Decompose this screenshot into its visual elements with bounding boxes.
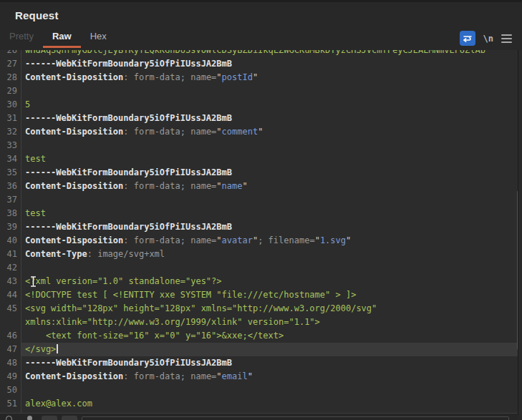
line-number: 30 <box>0 98 21 112</box>
text-caret <box>57 344 58 353</box>
line-number: 40 <box>0 234 21 248</box>
line-number: 43 <box>0 275 21 288</box>
code-text[interactable]: ------WebKitFormBoundary5iOfPiIUssJA2BmB <box>21 220 518 234</box>
wrap-arrow-icon <box>463 34 473 44</box>
code-text[interactable]: ------WebKitFormBoundary5iOfPiIUssJA2BmB <box>21 112 518 125</box>
code-line[interactable]: 28Content-Disposition: form-data; name="… <box>0 71 518 84</box>
code-text[interactable]: ------WebKitFormBoundary5iOfPiIUssJA2BmB <box>21 57 518 71</box>
panel-title: Request <box>0 2 522 21</box>
code-line[interactable]: 39------WebKitFormBoundary5iOfPiIUssJA2B… <box>0 220 518 234</box>
line-number: 47 <box>0 343 21 356</box>
code-text[interactable]: test <box>21 207 518 220</box>
code-text[interactable]: test <box>21 152 518 166</box>
line-number: 49 <box>0 370 21 384</box>
search-bar <box>0 413 518 420</box>
code-line[interactable]: 31------WebKitFormBoundary5iOfPiIUssJA2B… <box>0 112 518 125</box>
code-text[interactable] <box>21 193 518 207</box>
code-text[interactable]: Content-Disposition: form-data; name="av… <box>21 234 518 248</box>
line-number: 36 <box>0 180 21 193</box>
code-line[interactable]: 49Content-Disposition: form-data; name="… <box>0 370 518 384</box>
line-number: 34 <box>0 152 21 166</box>
code-line[interactable]: 35------WebKitFormBoundary5iOfPiIUssJA2B… <box>0 166 518 180</box>
search-next-button[interactable] <box>62 416 77 420</box>
code-line[interactable]: 48------WebKitFormBoundary5iOfPiIUssJA2B… <box>0 356 518 370</box>
line-number: 35 <box>0 166 21 180</box>
tab-hex[interactable]: Hex <box>81 29 116 48</box>
code-text[interactable]: alex@alex.com <box>21 397 518 411</box>
code-text[interactable] <box>21 139 518 152</box>
code-line[interactable]: 36Content-Disposition: form-data; name="… <box>0 180 518 193</box>
search-icon[interactable] <box>6 416 12 420</box>
line-number: 50 <box>0 384 21 397</box>
line-number: 37 <box>0 193 21 207</box>
search-input[interactable] <box>82 416 509 420</box>
code-text[interactable] <box>21 84 518 98</box>
line-number: 33 <box>0 139 21 152</box>
code-text[interactable]: Content-Disposition: form-data; name="na… <box>21 180 518 193</box>
code-line[interactable]: 27------WebKitFormBoundary5iOfPiIUssJA2B… <box>0 57 518 71</box>
code-text[interactable]: Content-Disposition: form-data; name="po… <box>21 71 518 84</box>
code-text[interactable]: </svg> <box>21 343 518 356</box>
code-line[interactable]: 305 <box>0 98 518 112</box>
code-line[interactable]: 32Content-Disposition: form-data; name="… <box>0 125 518 139</box>
line-number: 45 <box>0 302 21 329</box>
wrap-toggle-button[interactable] <box>460 31 475 46</box>
line-number: 51 <box>0 397 21 411</box>
code-line[interactable]: 29 <box>0 84 518 98</box>
code-text[interactable]: <?xml version="1.0" standalone="yes"?> <box>21 275 518 288</box>
code-text[interactable]: <svg width="128px" height="128px" xmlns=… <box>21 302 518 329</box>
line-number: 26 <box>0 50 21 57</box>
code-line[interactable]: 44<!DOCTYPE test [ <!ENTITY xxe SYSTEM "… <box>0 288 518 302</box>
search-options-icon[interactable] <box>27 416 32 420</box>
hamburger-menu-icon[interactable] <box>501 34 512 43</box>
line-number: 32 <box>0 125 21 139</box>
code-text[interactable]: ------WebKitFormBoundary5iOfPiIUssJA2BmB <box>21 166 518 180</box>
code-text[interactable]: Content-Disposition: form-data; name="co… <box>21 125 518 139</box>
code-line[interactable]: 43<?xml version="1.0" standalone="yes"?> <box>0 275 518 288</box>
line-number: 31 <box>0 112 21 125</box>
request-panel: Request Pretty Raw Hex \n <box>0 0 522 420</box>
code-line[interactable]: 34test <box>0 152 518 166</box>
code-line[interactable]: 41Content-Type: image/svg+xml <box>0 248 518 261</box>
code-area[interactable]: 26wHdAqSQnrmyGDlcjEyBTKyfLQkKGnDUSsVOWlc… <box>0 50 518 415</box>
code-text[interactable]: ------WebKitFormBoundary5iOfPiIUssJA2BmB <box>21 356 518 370</box>
code-text[interactable]: <!DOCTYPE test [ <!ENTITY xxe SYSTEM "fi… <box>21 288 518 302</box>
code-line[interactable]: 42 <box>0 261 518 275</box>
code-line[interactable]: 50 <box>0 384 518 397</box>
line-number: 42 <box>0 261 21 275</box>
tab-raw[interactable]: Raw <box>43 29 81 48</box>
code-line[interactable]: 38test <box>0 207 518 220</box>
show-newlines-button[interactable]: \n <box>483 34 493 44</box>
code-line[interactable]: 45<svg width="128px" height="128px" xmln… <box>0 302 518 329</box>
tab-pretty[interactable]: Pretty <box>0 29 43 48</box>
panel-right-edge <box>518 50 522 415</box>
code-text[interactable]: Content-Disposition: form-data; name="em… <box>21 370 518 384</box>
code-text[interactable]: Content-Type: image/svg+xml <box>21 248 518 261</box>
code-text[interactable] <box>21 384 518 397</box>
code-line[interactable]: 47</svg> <box>0 343 518 356</box>
line-number: 41 <box>0 248 21 261</box>
line-number: 46 <box>0 329 21 343</box>
code-line[interactable]: 33 <box>0 139 518 152</box>
line-number: 38 <box>0 207 21 220</box>
code-text[interactable]: wHdAqSQnrmyGDlcjEyBTKyfLQkKGnDUSsVOWlcDS… <box>21 50 518 57</box>
line-number: 29 <box>0 84 21 98</box>
code-line[interactable]: 40Content-Disposition: form-data; name="… <box>0 234 518 248</box>
search-prev-button[interactable] <box>42 416 57 420</box>
line-number: 27 <box>0 57 21 71</box>
code-line[interactable]: 37 <box>0 193 518 207</box>
code-text[interactable]: 5 <box>21 98 518 112</box>
code-line[interactable]: 51alex@alex.com <box>0 397 518 411</box>
line-number: 28 <box>0 71 21 84</box>
line-number: 48 <box>0 356 21 370</box>
view-tabs: Pretty Raw Hex \n <box>0 29 522 48</box>
code-line[interactable]: 26wHdAqSQnrmyGDlcjEyBTKyfLQkKGnDUSsVOWlc… <box>0 50 518 57</box>
panel-header: Request Pretty Raw Hex \n <box>0 2 522 48</box>
line-number: 44 <box>0 288 21 302</box>
code-line[interactable]: 46 <text font-size="16" x="0" y="16">&xx… <box>0 329 518 343</box>
line-number: 39 <box>0 220 21 234</box>
code-text[interactable]: <text font-size="16" x="0" y="16">&xxe;<… <box>21 329 518 343</box>
code-text[interactable] <box>21 261 518 275</box>
